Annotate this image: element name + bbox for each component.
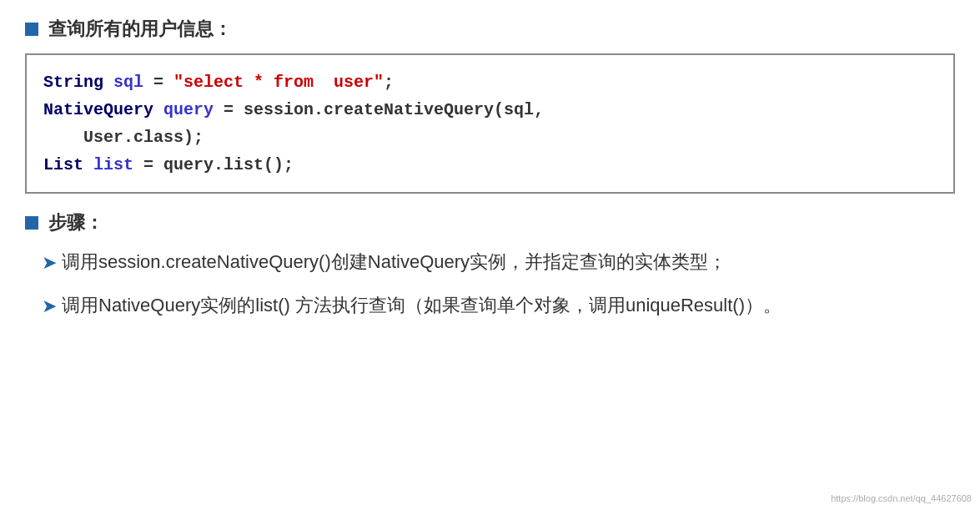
section1-icon [25, 23, 38, 36]
code-line-4: List list = query.list(); [43, 151, 937, 179]
kw-nativequery: NativeQuery [43, 100, 153, 119]
step-arrow-2: ➤ [42, 291, 57, 321]
step-text-1: 调用session.createNativeQuery()创建NativeQue… [62, 247, 955, 276]
code-line-3: User.class); [43, 124, 937, 151]
step-item-1: ➤ 调用session.createNativeQuery()创建NativeQ… [25, 247, 955, 277]
var-sql: sql [113, 73, 143, 92]
step-item-2: ➤ 调用NativeQuery实例的list() 方法执行查询（如果查询单个对象… [25, 290, 955, 321]
var-list: list [93, 155, 133, 174]
code-line-2: NativeQuery query = session.createNative… [43, 96, 937, 124]
step-text-2: 调用NativeQuery实例的list() 方法执行查询（如果查询单个对象，调… [62, 290, 955, 320]
step-arrow-1: ➤ [42, 248, 57, 277]
kw-string: String [43, 73, 103, 92]
var-query: query [163, 100, 214, 119]
steps-section: ➤ 调用session.createNativeQuery()创建NativeQ… [25, 247, 955, 321]
watermark: https://blog.csdn.net/qq_44627608 [831, 493, 972, 503]
str-select: "select * from user" [173, 73, 384, 92]
section2-icon [25, 216, 38, 230]
section1-header: 查询所有的用户信息： [25, 17, 955, 42]
code-line-1: String sql = "select * from user"; [43, 68, 937, 96]
code-block: String sql = "select * from user"; Nativ… [25, 53, 955, 194]
section2-header: 步骤： [25, 210, 955, 235]
kw-list: List [43, 155, 83, 174]
section2-title: 步骤： [48, 210, 103, 235]
section1-title: 查询所有的用户信息： [48, 17, 232, 42]
